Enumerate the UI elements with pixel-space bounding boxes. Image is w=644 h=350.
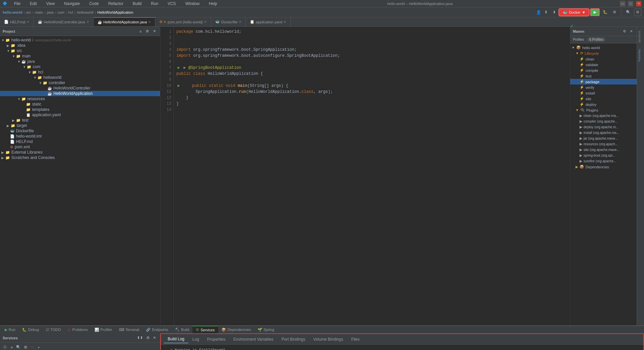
tree-item-helloworld-root[interactable]: ▼ 📁 hello-world E:\workspace2\hello-worl… bbox=[0, 37, 160, 43]
tree-item-app-yaml[interactable]: 📋 application.yaml bbox=[0, 112, 160, 118]
run-gutter-line10[interactable]: ▶ bbox=[176, 83, 181, 89]
maven-dependencies[interactable]: ▶ 📦 Dependencies bbox=[570, 164, 637, 170]
tree-item-ext-libs[interactable]: ▶ 📁 External Libraries bbox=[0, 150, 160, 155]
sidebar-collapse-all[interactable]: ≡ bbox=[138, 29, 143, 33]
btab-services[interactable]: ⚙ Services bbox=[192, 326, 218, 333]
btab-endpoints[interactable]: 🔗 Endpoints bbox=[143, 326, 172, 333]
tab-pom[interactable]: ⚙ ● pom.xml (hello-world) ✕ bbox=[155, 17, 211, 26]
btab-run[interactable]: ▶ Run bbox=[1, 326, 19, 333]
maven-plugins[interactable]: ▼ 🔌 Plugins bbox=[570, 107, 637, 113]
maven-plugin-spring-boot[interactable]: ▶ spring-boot (org.spt... bbox=[570, 153, 637, 158]
svc-action-plus[interactable]: + bbox=[36, 345, 41, 350]
maven-project-helloworld[interactable]: ▼ 📦 hello-world bbox=[570, 45, 637, 50]
maven-settings[interactable]: ⚙ bbox=[622, 29, 627, 33]
svc-action-group[interactable]: ⊞ bbox=[23, 344, 28, 350]
close-icon[interactable]: ✕ bbox=[239, 20, 241, 24]
services-settings[interactable]: ⚙ bbox=[145, 335, 151, 341]
blog-tab-volume-bindings[interactable]: Volume Bindings bbox=[309, 336, 347, 343]
tree-item-target[interactable]: ▶ 📁 target bbox=[0, 123, 160, 128]
minimize-button[interactable]: — bbox=[620, 1, 625, 6]
tree-item-application-class[interactable]: ☕ HelloWorldApplication bbox=[0, 91, 160, 96]
maven-plugin-site[interactable]: ▶ site (org.apache.mave... bbox=[570, 147, 637, 153]
tree-item-main[interactable]: ▼ 📁 main bbox=[0, 53, 160, 59]
app-menu-refactor[interactable]: Refactor bbox=[106, 1, 126, 7]
window-controls[interactable]: — □ ✕ bbox=[620, 1, 641, 6]
run-gutter-icon2[interactable]: ▶ bbox=[182, 65, 187, 71]
tree-item-static[interactable]: 📁 static bbox=[0, 102, 160, 107]
svc-action-more[interactable]: ⋯ bbox=[29, 344, 35, 350]
tree-item-idea[interactable]: ▶ 📁 .idea bbox=[0, 43, 160, 48]
maven-plugin-jar[interactable]: ▶ jar (org.apache.mave... bbox=[570, 136, 637, 141]
btab-problems[interactable]: ⚠ Problems bbox=[64, 326, 91, 333]
tree-item-com[interactable]: ▼ 📁 com bbox=[0, 64, 160, 69]
run-button[interactable]: ▶ bbox=[590, 8, 600, 16]
app-menu-file[interactable]: File bbox=[11, 1, 23, 7]
maven-lifecycle[interactable]: ▼ ⟳ Lifecycle bbox=[570, 50, 637, 56]
svc-action-collapse[interactable]: ≡ bbox=[9, 345, 14, 350]
side-tab-favorites[interactable]: Favorites bbox=[637, 46, 644, 64]
blog-tab-port-bindings[interactable]: Port Bindings bbox=[278, 336, 309, 343]
tab-application-yaml[interactable]: 📋 application.yaml ✕ bbox=[246, 17, 291, 26]
sidebar-tree[interactable]: ▼ 📁 hello-world E:\workspace2\hello-worl… bbox=[0, 36, 160, 325]
tree-item-help[interactable]: 📄 HELP.md bbox=[0, 139, 160, 144]
vcs-push-button[interactable]: ⬇ bbox=[551, 9, 558, 15]
tree-item-resources[interactable]: ▼ 📁 resources bbox=[0, 96, 160, 102]
tree-item-helloworld[interactable]: ▼ 📁 helloworld bbox=[0, 75, 160, 80]
close-button[interactable]: ✕ bbox=[636, 1, 641, 6]
app-menu-view[interactable]: View bbox=[43, 1, 57, 7]
maven-goal-site[interactable]: ⚡ site bbox=[570, 96, 637, 102]
tree-item-src[interactable]: ▼ 📁 src bbox=[0, 48, 160, 53]
maven-plugin-install[interactable]: ▶ install (org.apache.ma... bbox=[570, 130, 637, 136]
vcs-update-button[interactable]: ⬆ bbox=[542, 9, 549, 15]
maven-goal-test[interactable]: ⚡ test bbox=[570, 73, 637, 79]
tree-item-controller[interactable]: ▼ 📁 controller bbox=[0, 80, 160, 85]
run-gutter-icon[interactable]: ▶ bbox=[176, 65, 181, 71]
app-menu-window[interactable]: Window bbox=[183, 1, 202, 7]
tab-controller[interactable]: ☕ HelloWorldController.java ✕ bbox=[34, 17, 94, 26]
services-close[interactable]: ✕ bbox=[152, 335, 157, 341]
btab-spring[interactable]: 🌱 Spring bbox=[254, 326, 278, 333]
editor-content[interactable]: 1 2 3 4 5 6 7 8 9 10 11 12 13 14 package bbox=[160, 27, 570, 325]
maven-tree[interactable]: ▼ 📦 hello-world ▼ ⟳ Lifecycle ⚡ clean ⚡ … bbox=[570, 43, 637, 325]
app-menu-code[interactable]: Code bbox=[87, 1, 102, 7]
tree-item-dockerfile[interactable]: 🐳 Dockerfile bbox=[0, 128, 160, 134]
btab-terminal[interactable]: ⌨ Terminal bbox=[116, 326, 143, 333]
sidebar-close[interactable]: ✕ bbox=[152, 29, 157, 33]
close-icon[interactable]: ✕ bbox=[27, 20, 29, 24]
app-menu-edit[interactable]: Edit bbox=[27, 1, 39, 7]
debug-button[interactable]: 🐛 bbox=[601, 9, 610, 15]
tab-help-md[interactable]: 📄 HELP.md ✕ bbox=[0, 17, 34, 26]
app-menu-navigate[interactable]: Navigate bbox=[61, 1, 83, 7]
svc-action-filter[interactable]: 🔍 bbox=[15, 344, 22, 350]
tab-dockerfile[interactable]: 🐳 Dockerfile ✕ bbox=[211, 17, 246, 26]
blog-tab-files[interactable]: Files bbox=[347, 336, 363, 343]
maven-goal-compile[interactable]: ⚡ compile bbox=[570, 67, 637, 73]
tree-item-controller-class[interactable]: ☕ HelloWorldController bbox=[0, 85, 160, 91]
app-menu-vcs[interactable]: VCS bbox=[165, 1, 179, 7]
btab-build[interactable]: 🔨 Build bbox=[172, 326, 192, 333]
tree-item-pom[interactable]: ⚙ pom.xml bbox=[0, 144, 160, 150]
maven-goal-deploy[interactable]: ⚡ deploy bbox=[570, 102, 637, 107]
settings-button[interactable]: ⚙ bbox=[634, 9, 641, 16]
tree-item-scratches[interactable]: ▶ 📁 Scratches and Consoles bbox=[0, 155, 160, 160]
btab-debug[interactable]: 🐛 Debug bbox=[19, 326, 42, 333]
maven-goal-install[interactable]: ⚡ install bbox=[570, 90, 637, 96]
maven-goal-package[interactable]: ⚡ package bbox=[570, 79, 637, 84]
svc-action-add[interactable]: ➕ bbox=[1, 344, 9, 350]
maven-goal-verify[interactable]: ⚡ verify bbox=[570, 84, 637, 90]
btab-profiler[interactable]: 📊 Profiler bbox=[91, 326, 116, 333]
btab-todo[interactable]: ☑ TODO bbox=[42, 326, 64, 333]
tree-item-test[interactable]: ▶ 📁 test bbox=[0, 118, 160, 123]
close-icon[interactable]: ✕ bbox=[284, 20, 286, 24]
tree-item-iml[interactable]: 📄 hello-world.iml bbox=[0, 134, 160, 139]
blog-tab-properties[interactable]: Properties bbox=[203, 336, 229, 343]
blog-tab-build-log[interactable]: Build Log bbox=[164, 335, 188, 343]
btab-dependencies[interactable]: 📦 Dependencies bbox=[218, 326, 254, 333]
search-button[interactable]: 🔍 bbox=[624, 9, 633, 15]
maven-plugin-compiler[interactable]: ▶ compiler (org.apache... bbox=[570, 119, 637, 124]
close-icon[interactable]: ✕ bbox=[148, 20, 151, 24]
more-run-button[interactable]: ⚙ bbox=[611, 9, 618, 15]
app-menu-build[interactable]: Build bbox=[130, 1, 144, 7]
maven-plugin-surefire[interactable]: ▶ surefire (org.apache... bbox=[570, 158, 637, 164]
blog-tab-env-vars[interactable]: Environment Variables bbox=[229, 336, 278, 343]
